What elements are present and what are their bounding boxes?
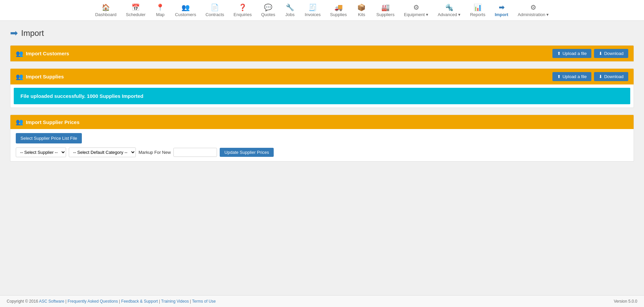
nav-label-kits: Kits (358, 12, 365, 17)
supplier-prices-inner: Select Supplier Price List File -- Selec… (10, 129, 634, 161)
footer-training-link[interactable]: Training Videos (161, 299, 189, 304)
import-supplier-prices-panel: 👥 Import Supplier Prices Select Supplier… (10, 115, 634, 162)
page-title: ➡ Import (10, 27, 634, 39)
markup-input[interactable] (173, 148, 217, 157)
footer-terms-link[interactable]: Terms of Use (192, 299, 216, 304)
import-supplies-header: 👥 Import Supplies ⬆ Upload a file ⬇ Down… (10, 69, 634, 84)
nav-item-customers[interactable]: 👥 Customers (170, 2, 201, 18)
customers-download-button[interactable]: ⬇ Download (594, 49, 628, 58)
nav-item-import[interactable]: ➡ Import (490, 2, 513, 18)
nav-label-dashboard: Dashboard (95, 12, 117, 17)
jobs-icon: 🔧 (286, 3, 294, 11)
customers-header-icon: 👥 (16, 50, 23, 57)
import-supplier-prices-header: 👥 Import Supplier Prices (10, 115, 634, 129)
supplies-header-icon: 👥 (16, 73, 23, 80)
supplies-success-message: File uploaded successfully. 1000 Supplie… (20, 93, 144, 99)
invoices-icon: 🧾 (309, 3, 317, 11)
upload-icon-customers: ⬆ (557, 51, 561, 56)
nav-item-contracts[interactable]: 📄 Contracts (201, 2, 229, 18)
supplies-success-banner: File uploaded successfully. 1000 Supplie… (14, 88, 630, 104)
navbar: 🏠 Dashboard 📅 Scheduler 📍 Map 👥 Customer… (0, 0, 644, 21)
customers-icon: 👥 (181, 3, 190, 11)
nav-item-reports[interactable]: 📊 Reports (465, 2, 490, 18)
import-customers-buttons: ⬆ Upload a file ⬇ Download (552, 49, 628, 58)
page-title-text: Import (21, 28, 44, 38)
import-customers-panel: 👥 Import Customers ⬆ Upload a file ⬇ Dow… (10, 45, 634, 62)
nav-label-supplies: Supplies (330, 12, 347, 17)
download-icon-supplies: ⬇ (599, 74, 602, 79)
supplies-download-button[interactable]: ⬇ Download (594, 72, 628, 81)
nav-item-suppliers[interactable]: 🏭 Suppliers (372, 2, 399, 18)
nav-label-enquiries: Enquiries (233, 12, 252, 17)
nav-label-suppliers: Suppliers (376, 12, 394, 17)
nav-label-map: Map (156, 12, 164, 17)
contracts-icon: 📄 (211, 3, 219, 11)
nav-label-jobs: Jobs (285, 12, 294, 17)
select-category-dropdown[interactable]: -- Select Default Category -- (69, 147, 136, 157)
nav-item-map[interactable]: 📍 Map (150, 2, 170, 18)
customers-upload-button[interactable]: ⬆ Upload a file (552, 49, 591, 58)
suppliers-icon: 🏭 (381, 3, 390, 11)
import-customers-header-left: 👥 Import Customers (16, 50, 69, 57)
footer: Copyright © 2016 ASC Software | Frequent… (0, 295, 644, 307)
reports-icon: 📊 (474, 3, 482, 11)
select-file-button[interactable]: Select Supplier Price List File (16, 133, 82, 143)
import-supplier-prices-title: Import Supplier Prices (26, 119, 79, 125)
footer-copyright: Copyright © 2016 (7, 299, 38, 304)
nav-item-jobs[interactable]: 🔧 Jobs (280, 2, 300, 18)
nav-item-scheduler[interactable]: 📅 Scheduler (121, 2, 150, 18)
nav-item-equipment[interactable]: ⚙ Equipment ▾ (399, 2, 433, 18)
footer-version: Version 5.0.0 (614, 299, 637, 304)
footer-faq-link[interactable]: Frequently Asked Questions (67, 299, 118, 304)
nav-item-supplies[interactable]: 🚚 Supplies (325, 2, 352, 18)
import-customers-title: Import Customers (26, 51, 69, 56)
main-content: ➡ Import 👥 Import Customers ⬆ Upload a f… (0, 21, 644, 295)
nav-label-administration: Administration ▾ (518, 12, 549, 17)
footer-company-link[interactable]: ASC Software (39, 299, 64, 304)
select-supplier-dropdown[interactable]: -- Select Supplier -- (16, 147, 66, 157)
kits-icon: 📦 (357, 3, 366, 11)
nav-label-contracts: Contracts (206, 12, 224, 17)
advanced-icon: 🔩 (445, 3, 453, 11)
quotes-icon: 💬 (264, 3, 272, 11)
nav-item-quotes[interactable]: 💬 Quotes (256, 2, 280, 18)
nav-item-administration[interactable]: ⚙ Administration ▾ (513, 2, 553, 18)
import-supplier-prices-header-left: 👥 Import Supplier Prices (16, 118, 79, 126)
download-icon-customers: ⬇ (599, 51, 602, 56)
supplier-controls: -- Select Supplier -- -- Select Default … (16, 147, 628, 157)
nav-item-dashboard[interactable]: 🏠 Dashboard (91, 2, 121, 18)
dashboard-icon: 🏠 (102, 3, 110, 11)
equipment-icon: ⚙ (413, 3, 419, 11)
nav-item-kits[interactable]: 📦 Kits (352, 2, 372, 18)
supplier-prices-header-icon: 👥 (16, 118, 23, 126)
import-supplies-header-left: 👥 Import Supplies (16, 73, 64, 80)
import-icon: ➡ (499, 3, 504, 11)
nav-label-equipment: Equipment ▾ (404, 12, 428, 17)
footer-left: Copyright © 2016 ASC Software | Frequent… (7, 299, 216, 304)
nav-label-customers: Customers (175, 12, 196, 17)
enquiries-icon: ❓ (238, 3, 247, 11)
nav-label-advanced: Advanced ▾ (438, 12, 461, 17)
nav-label-invoices: Invoices (305, 12, 321, 17)
import-supplies-buttons: ⬆ Upload a file ⬇ Download (552, 72, 628, 81)
nav-label-quotes: Quotes (261, 12, 275, 17)
supplies-icon: 🚚 (334, 3, 343, 11)
nav-item-invoices[interactable]: 🧾 Invoices (300, 2, 325, 18)
nav-item-advanced[interactable]: 🔩 Advanced ▾ (433, 2, 465, 18)
nav-label-import: Import (495, 12, 508, 17)
upload-icon-supplies: ⬆ (557, 74, 561, 79)
nav-label-reports: Reports (470, 12, 485, 17)
nav-label-scheduler: Scheduler (126, 12, 146, 17)
nav-item-enquiries[interactable]: ❓ Enquiries (229, 2, 256, 18)
update-supplier-prices-button[interactable]: Update Supplier Prices (220, 148, 274, 157)
import-supplies-title: Import Supplies (26, 74, 64, 79)
import-supplies-panel: 👥 Import Supplies ⬆ Upload a file ⬇ Down… (10, 68, 634, 108)
supplies-upload-button[interactable]: ⬆ Upload a file (552, 72, 591, 81)
administration-icon: ⚙ (530, 3, 536, 11)
page-title-icon: ➡ (10, 27, 18, 39)
markup-label: Markup For New (139, 150, 171, 155)
map-icon: 📍 (156, 3, 164, 11)
scheduler-icon: 📅 (131, 3, 140, 11)
footer-feedback-link[interactable]: Feedback & Support (121, 299, 158, 304)
import-customers-header: 👥 Import Customers ⬆ Upload a file ⬇ Dow… (10, 46, 634, 61)
